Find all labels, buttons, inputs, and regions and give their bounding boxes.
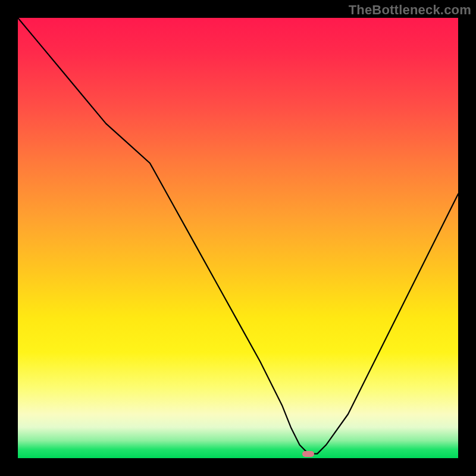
optimal-point-marker bbox=[302, 451, 314, 457]
watermark-text: TheBottleneck.com bbox=[349, 2, 471, 18]
chart-frame: TheBottleneck.com bbox=[0, 0, 476, 476]
plot-area bbox=[18, 18, 458, 458]
bottleneck-curve bbox=[18, 18, 458, 458]
